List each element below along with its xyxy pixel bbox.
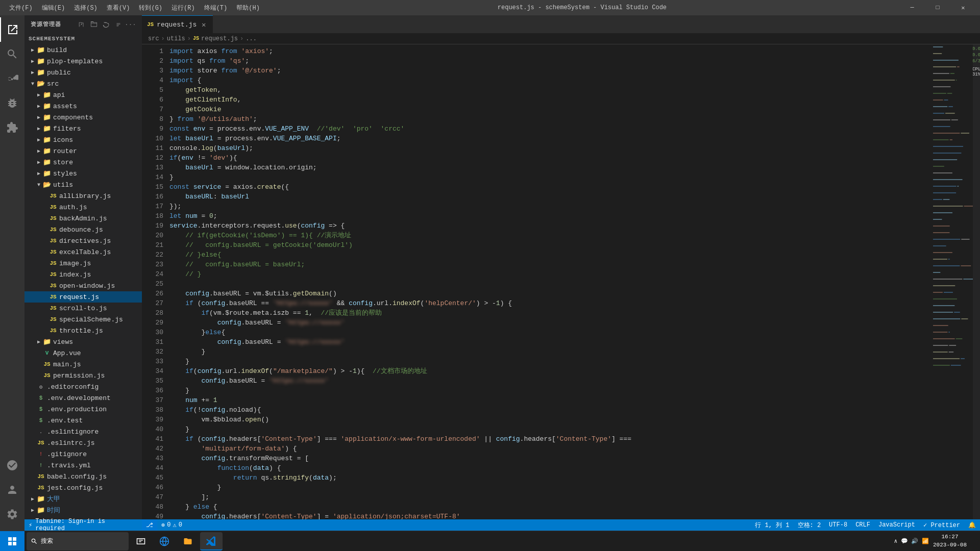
folder-icon: 📁: [43, 136, 51, 144]
sidebar-item-styles[interactable]: ▶ 📁 styles: [24, 168, 142, 179]
sidebar-item-api[interactable]: ▶ 📁 api: [24, 89, 142, 101]
breadcrumb-filename[interactable]: request.js: [201, 35, 238, 42]
sidebar-item-router[interactable]: ▶ 📁 router: [24, 145, 142, 157]
sidebar-item-eslintrejs[interactable]: JS .eslintrc.js: [24, 437, 142, 448]
sidebar-item-jestconfig[interactable]: JS jest.config.js: [24, 482, 142, 493]
statusbar-language[interactable]: JavaScript: [874, 519, 919, 531]
sidebar-item-components[interactable]: ▶ 📁 components: [24, 112, 142, 123]
sidebar-item-throttle[interactable]: JS throttle.js: [24, 325, 142, 336]
sidebar-item-auth[interactable]: JS auth.js: [24, 202, 142, 213]
sidebar-item-editorconfig[interactable]: ⚙ .editorconfig: [24, 381, 142, 392]
sidebar-item-mainjs[interactable]: JS main.js: [24, 359, 142, 370]
taskbar-start-button[interactable]: [0, 531, 24, 552]
activity-settings[interactable]: [0, 502, 24, 527]
menu-help[interactable]: 帮助(H): [232, 3, 264, 13]
sidebar-item-utils[interactable]: ▼ 📂 utils: [24, 179, 142, 190]
sidebar-item-debounce[interactable]: JS debounce.js: [24, 224, 142, 235]
file-label: babel.config.js: [47, 473, 142, 481]
sidebar-item-alllibrary[interactable]: JS allLibrary.js: [24, 190, 142, 202]
menu-view[interactable]: 查看(V): [103, 3, 134, 13]
spacer: [29, 405, 37, 413]
new-folder-button[interactable]: [89, 19, 99, 30]
activity-account[interactable]: [0, 478, 24, 502]
code-line-9: const env = process.env.VUE_APP_ENV //'d…: [167, 124, 932, 134]
breadcrumb-utils[interactable]: utils: [167, 35, 185, 42]
sidebar-item-icons[interactable]: ▶ 📁 icons: [24, 134, 142, 145]
activity-debug[interactable]: [0, 91, 24, 115]
sidebar-item-request[interactable]: JS request.js: [24, 291, 142, 303]
menu-select[interactable]: 选择(S): [70, 3, 102, 13]
statusbar-spaces[interactable]: 空格: 2: [794, 519, 825, 531]
refresh-button[interactable]: [101, 19, 111, 30]
code-line-18: let num = 0;: [167, 211, 932, 221]
minimize-button[interactable]: ─: [900, 0, 924, 15]
sidebar-item-babelconfig[interactable]: JS babel.config.js: [24, 471, 142, 482]
statusbar-prettier[interactable]: ✓ Prettier: [919, 519, 964, 531]
activity-scm[interactable]: [0, 66, 24, 91]
menu-edit[interactable]: 编辑(E): [38, 3, 69, 13]
sidebar-item-views[interactable]: ▶ 📁 views: [24, 336, 142, 347]
code-content[interactable]: import axios from 'axios'; import qs fro…: [167, 44, 932, 519]
code-line-44: function(data) {: [167, 463, 932, 473]
sidebar-item-envproduction[interactable]: $ .env.production: [24, 404, 142, 415]
sidebar-item-index[interactable]: JS index.js: [24, 269, 142, 280]
breadcrumb-dots[interactable]: ...: [246, 35, 257, 42]
folder-label: router: [53, 147, 142, 155]
sidebar-item-assets[interactable]: ▶ 📁 assets: [24, 101, 142, 112]
sidebar-item-plop-templates[interactable]: ▶ 📁 plop-templates: [24, 56, 142, 67]
statusbar-encoding[interactable]: UTF-8: [825, 519, 851, 531]
breadcrumb-src[interactable]: src: [148, 35, 159, 42]
sidebar-item-build[interactable]: ▶ 📁 build: [24, 44, 142, 56]
menu-terminal[interactable]: 终端(T): [200, 3, 232, 13]
sidebar-item-travisyml[interactable]: ! .travis.yml: [24, 460, 142, 471]
new-file-button[interactable]: [77, 19, 87, 30]
sidebar-item-gitignore[interactable]: ! .gitignore: [24, 448, 142, 460]
sidebar-item-openwindow[interactable]: JS open-window.js: [24, 280, 142, 291]
maximize-button[interactable]: □: [926, 0, 949, 15]
activity-remote[interactable]: [0, 453, 24, 478]
taskbar-file-explorer[interactable]: [177, 532, 199, 550]
sidebar-item-envdevelopment[interactable]: $ .env.development: [24, 392, 142, 404]
collapse-all-button[interactable]: [113, 19, 124, 30]
activity-search[interactable]: [0, 42, 24, 66]
statusbar-line-col[interactable]: 行 1, 列 1: [751, 519, 793, 531]
taskbar-search[interactable]: 搜索: [27, 532, 129, 550]
tab-close-button[interactable]: ✕: [200, 20, 208, 29]
sidebar-item-shijian[interactable]: ▶ 📁 时间: [24, 505, 142, 516]
code-line-17: });: [167, 202, 932, 211]
sidebar-item-image[interactable]: JS image.js: [24, 258, 142, 269]
sidebar-item-store[interactable]: ▶ 📁 store: [24, 157, 142, 168]
more-actions-button[interactable]: ···: [126, 19, 136, 30]
taskbar-browser[interactable]: [153, 532, 176, 550]
taskbar-time[interactable]: 16:27 2023-09-08: [933, 533, 967, 549]
notification-bar[interactable]: ⚡ Tabnine: Sign-in is required: [24, 519, 142, 531]
tab-request-js[interactable]: JS request.js ✕: [142, 15, 213, 33]
sidebar-item-exceltable[interactable]: JS excelTable.js: [24, 246, 142, 258]
sidebar-item-scrollto[interactable]: JS scroll-to.js: [24, 303, 142, 314]
activity-extensions[interactable]: [0, 115, 24, 140]
menu-goto[interactable]: 转到(G): [135, 3, 166, 13]
sidebar-item-public[interactable]: ▶ 📁 public: [24, 67, 142, 78]
sidebar-item-appvue[interactable]: V App.vue: [24, 347, 142, 359]
folder-icon: 📁: [43, 102, 51, 110]
sidebar-item-envtest[interactable]: $ .env.test: [24, 415, 142, 426]
statusbar-remote[interactable]: ⎇: [142, 519, 157, 531]
close-button[interactable]: ✕: [951, 0, 975, 15]
sidebar-item-filters[interactable]: ▶ 📁 filters: [24, 123, 142, 134]
statusbar-notifications[interactable]: 🔔: [964, 519, 980, 531]
sidebar-item-permission[interactable]: JS permission.js: [24, 370, 142, 381]
sidebar-item-src[interactable]: ▼ 📂 src: [24, 78, 142, 89]
sidebar-item-eslintignore[interactable]: . .eslintignore: [24, 426, 142, 437]
statusbar-errors[interactable]: ⊗0 ⚠0: [157, 519, 186, 531]
sidebar-item-directives[interactable]: JS directives.js: [24, 235, 142, 246]
menu-file[interactable]: 文件(F): [5, 3, 37, 13]
sidebar-item-taijia[interactable]: ▶ 📁 大甲: [24, 493, 142, 505]
statusbar-lineending[interactable]: CRLF: [851, 519, 874, 531]
sidebar-item-specialscheme[interactable]: JS specialScheme.js: [24, 314, 142, 325]
activity-explorer[interactable]: [0, 17, 24, 42]
spacer: [41, 237, 49, 245]
menu-run[interactable]: 运行(R): [167, 3, 199, 13]
taskbar-task-view[interactable]: [130, 532, 152, 550]
sidebar-item-backadmin[interactable]: JS backAdmin.js: [24, 213, 142, 224]
taskbar-vscode[interactable]: [200, 532, 223, 550]
